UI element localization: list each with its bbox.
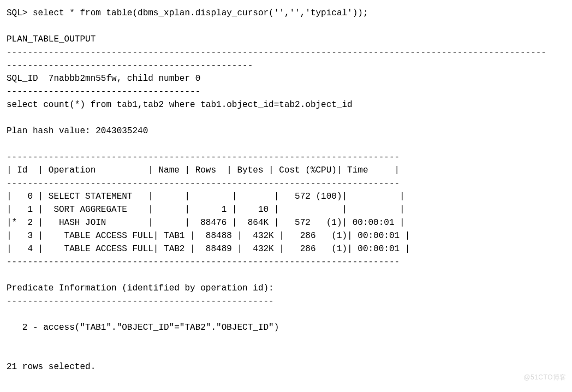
watermark: @51CTO博客 — [523, 373, 567, 382]
sql-terminal-output: SQL> select * from table(dbms_xplan.disp… — [0, 0, 572, 376]
